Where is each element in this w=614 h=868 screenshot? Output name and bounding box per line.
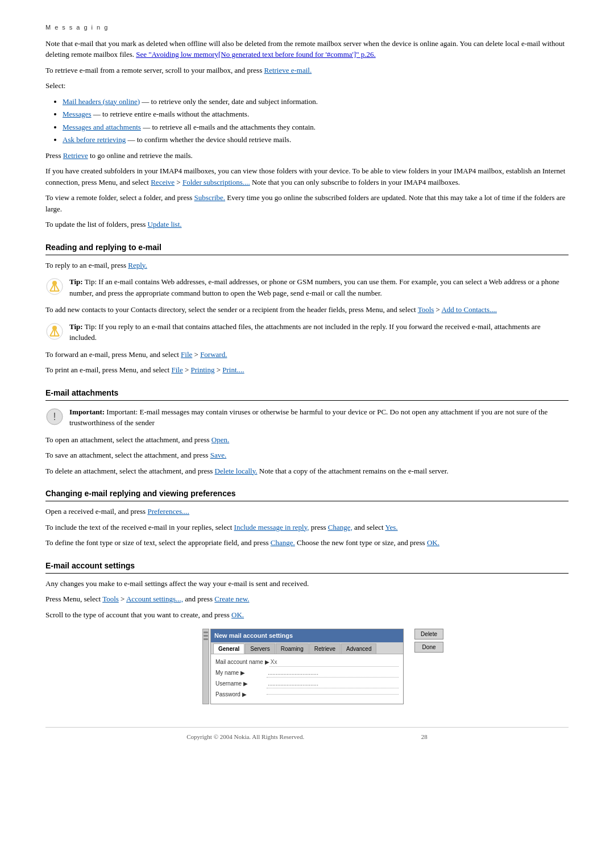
copyright-text: Copyright © 2004 Nokia. All Rights Reser… [186,733,304,740]
new-mail-account-dialog: New mail account settings General Server… [210,629,404,704]
tip-content-1: Tip: If an e-mail contains Web addresses… [69,277,559,297]
forward-paragraph: To forward an e-mail, press Menu, and se… [45,349,569,360]
scroll-text: Scroll to the type of account that you w… [45,610,230,619]
field-username: Username ▶ .............................… [215,679,399,688]
print-text: To print an e-mail, press Menu, and sele… [45,366,169,374]
reading-section-heading: Reading and replying to e-mail [45,242,569,255]
imap-paragraph: If you have created subfolders in your I… [45,165,569,188]
account-paragraph-1: Any changes you make to e-mail settings … [45,578,569,589]
forward-file-link[interactable]: File [181,350,192,359]
account-settings-link[interactable]: Account settings..., [126,595,183,603]
important-text: Important: Important: E-mail messages ma… [69,406,569,429]
account-ok-link[interactable]: OK. [231,610,244,619]
tip-box-1: Tip: Tip: If an e-mail contains Web addr… [45,276,569,298]
dialog-buttons: Delete Done [414,629,443,653]
chapter-title: M e s s a g i n g [45,23,569,32]
dialog-tabs[interactable]: General Servers Roaming Retrieve Advance… [211,642,403,654]
folder-subs-link[interactable]: Folder subscriptions.... [182,178,250,186]
update-list-link[interactable]: Update list. [148,220,182,229]
retrieve-email-link[interactable]: Retrieve e-mail. [264,66,312,74]
tip-box-2: Tip: Tip: If you reply to an e-mail that… [45,321,569,343]
page-number: 28 [421,733,428,740]
retrieve-paragraph: To retrieve e-mail from a remote server,… [45,65,569,76]
tab-roaming[interactable]: Roaming [276,643,309,654]
account-and-text: and press [185,595,213,603]
scroll-bar-3 [204,638,208,640]
forward-link[interactable]: Forward. [200,350,227,359]
print-file-link[interactable]: File [171,366,182,374]
subscribe-link[interactable]: Subscribe. [194,193,226,202]
field-value-username[interactable]: ................................ [267,679,399,688]
preferences-link[interactable]: Preferences.... [147,507,189,516]
intro-paragraph-1: Note that e-mail that you mark as delete… [45,38,569,60]
tab-servers[interactable]: Servers [245,643,275,654]
important-label: Important: [69,408,106,416]
dialog-titlebar: New mail account settings [211,629,403,642]
tip-content-2: Tip: If you reply to an e-mail that cont… [69,322,541,342]
font-paragraph: To define the font type or size of text,… [45,537,569,549]
font-text: To define the font type or size of text,… [45,538,269,547]
open-link[interactable]: Open. [211,435,229,444]
change-link-1[interactable]: Change, [328,523,352,531]
account-paragraph-2: Press Menu, select Tools > Account setti… [45,593,569,605]
important-box: ! Important: Important: E-mail messages … [45,406,569,429]
page-header: M e s s a g i n g [45,23,569,32]
prefs-open-text: Open a received e-mail, and press [45,507,146,516]
field-value-password[interactable] [267,694,399,695]
done-button[interactable]: Done [414,642,443,653]
tip-label-2: Tip: [69,322,85,331]
tab-retrieve[interactable]: Retrieve [309,643,341,654]
print-link[interactable]: Print.... [222,366,244,374]
delete-locally-link[interactable]: Delete locally. [215,467,258,475]
reply-paragraph: To reply to an e-mail, press Reply. [45,260,569,271]
tip-label-1: Tip: [69,277,85,286]
account-prefix-text: Press Menu, select [45,595,101,603]
reply-link[interactable]: Reply. [128,261,147,269]
attachments-section-heading: E-mail attachments [45,387,569,401]
account-tools-link[interactable]: Tools [102,595,119,603]
screenshot-container: New mail account settings General Server… [45,629,569,704]
important-icon: ! [45,408,64,426]
update-list-text: To update the list of folders, press [45,220,146,229]
dialog-title: New mail account settings [214,632,293,639]
save-attach-text: To save an attachment, select the attach… [45,451,208,459]
messages-link[interactable]: Messages [63,110,92,118]
add-to-contacts-link[interactable]: Add to Contacts.... [441,305,497,314]
tip-text-2: Tip: Tip: If you reply to an e-mail that… [69,321,569,343]
receive-link[interactable]: Receive [151,178,175,186]
low-memory-link[interactable]: See "Avoiding low memory[No generated te… [136,50,376,59]
ask-before-link[interactable]: Ask before retrieving [63,135,126,144]
tab-advanced[interactable]: Advanced [341,643,376,654]
imap-note-text: Note that you can only subscribe to fold… [252,178,460,186]
press-retrieve-paragraph: Press Retrieve to go online and retrieve… [45,150,569,161]
bullet4-text: — to confirm whether the device should r… [127,135,291,144]
retrieve-options-list: Mail headers (stay online) — to retrieve… [63,96,569,146]
mail-headers-link[interactable]: Mail headers (stay online) [63,97,140,106]
field-value-account[interactable]: Xx [269,658,399,667]
yes-link[interactable]: Yes. [385,523,397,531]
messages-attachments-link[interactable]: Messages and attachments [63,123,141,131]
remote-folder-text: To view a remote folder, select a folder… [45,193,192,202]
print-printing-link[interactable]: Printing [191,366,215,374]
open-attachment-paragraph: To open an attachment, select the attach… [45,434,569,446]
tip-icon-1 [45,277,64,296]
tab-general[interactable]: General [213,643,244,654]
screenshot-scrollbar[interactable] [202,629,209,704]
ok-link[interactable]: OK. [427,538,439,547]
retrieve-link[interactable]: Retrieve [63,151,88,160]
save-link[interactable]: Save. [210,451,227,459]
press-end: to go online and retrieve the mails. [90,151,193,160]
include-message-link[interactable]: Include message in reply, [234,523,309,531]
delete-attach-cont: Note that a copy of the attachment remai… [259,467,449,475]
tools-link[interactable]: Tools [418,305,434,314]
update-list-paragraph: To update the list of folders, press Upd… [45,219,569,230]
field-label-account: Mail account name ▶ [215,658,269,666]
account-paragraph-3: Scroll to the type of account that you w… [45,609,569,621]
create-new-link[interactable]: Create new. [214,595,249,603]
field-value-myname[interactable]: ................................ [267,668,399,678]
select-label: Select: [45,80,569,92]
change-link-2[interactable]: Change. [271,538,295,547]
delete-attach-text: To delete an attachment, select the atta… [45,467,213,475]
delete-button[interactable]: Delete [414,629,443,639]
prefs-paragraph: Open a received e-mail, and press Prefer… [45,506,569,517]
